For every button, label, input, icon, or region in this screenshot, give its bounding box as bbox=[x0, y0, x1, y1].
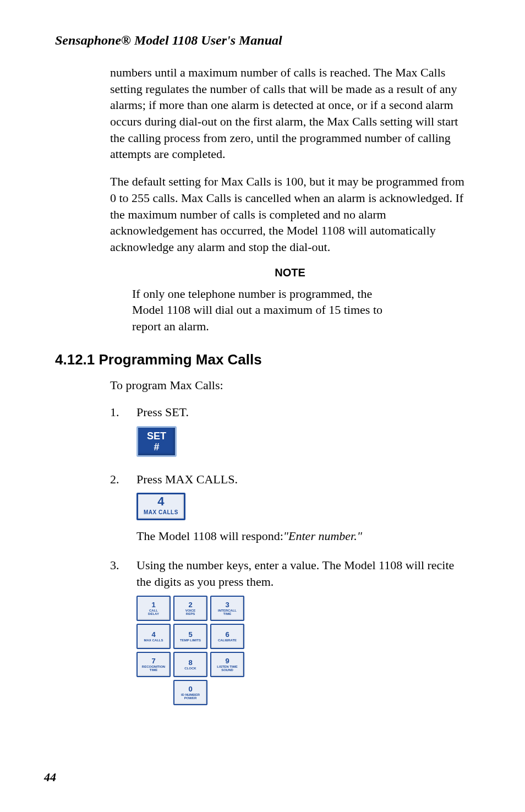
keypad-row-3: 7 RECOGNITIONTIME 8 CLOCK 9 LISTEN TIMES… bbox=[136, 652, 244, 677]
page-container: Sensaphone® Model 1108 User's Manual num… bbox=[0, 0, 525, 812]
step-3-text: Using the number keys, enter a value. Th… bbox=[136, 557, 470, 590]
note-heading: NOTE bbox=[110, 266, 470, 279]
maxcalls-button-graphic: 4 MAX CALLS bbox=[136, 493, 470, 520]
set-button: SET # bbox=[136, 426, 177, 457]
set-button-label-1: SET bbox=[147, 431, 166, 442]
key-8: 8 CLOCK bbox=[173, 652, 207, 677]
step-2-text: Press MAX CALLS. bbox=[136, 471, 470, 488]
key-2: 2 VOICEREPS bbox=[173, 596, 207, 621]
section-body: To program Max Calls: 1. Press SET. SET … bbox=[110, 377, 470, 708]
key-7: 7 RECOGNITIONTIME bbox=[136, 652, 171, 677]
key-3-num: 3 bbox=[225, 601, 229, 608]
key-2-label: VOICEREPS bbox=[185, 609, 196, 616]
key-5: 5 TEMP LIMITS bbox=[173, 624, 207, 649]
step-1: 1. Press SET. SET # bbox=[110, 404, 470, 464]
page-number: 44 bbox=[44, 770, 56, 784]
key-7-num: 7 bbox=[151, 657, 155, 664]
maxcalls-button: 4 MAX CALLS bbox=[136, 493, 185, 520]
key-8-label: CLOCK bbox=[184, 667, 196, 670]
set-button-graphic: SET # bbox=[136, 426, 470, 457]
step-3-num: 3. bbox=[110, 557, 136, 707]
key-4-num: 4 bbox=[151, 631, 155, 638]
keypad-row-1: 1 CALLDELAY 2 VOICEREPS 3 INTERCALLTIME bbox=[136, 596, 244, 621]
key-7-label: RECOGNITIONTIME bbox=[142, 665, 165, 672]
step-2-content: Press MAX CALLS. 4 MAX CALLS The Model 1… bbox=[136, 471, 470, 551]
note-body: If only one telephone number is programm… bbox=[132, 286, 404, 335]
set-button-label-2: # bbox=[147, 442, 166, 453]
section-heading: 4.12.1 Programming Max Calls bbox=[55, 351, 470, 368]
step-3: 3. Using the number keys, enter a value.… bbox=[110, 557, 470, 707]
key-3-label: INTERCALLTIME bbox=[218, 609, 237, 616]
step-list: 1. Press SET. SET # 2. Press MAX CALLS. bbox=[110, 404, 470, 708]
maxcalls-button-num: 4 bbox=[144, 495, 178, 508]
response-quote: "Enter number." bbox=[283, 529, 362, 543]
key-1-num: 1 bbox=[151, 601, 155, 608]
body-text-block: numbers until a maximum number of calls … bbox=[110, 64, 470, 335]
key-0-label: ID NUMBERPOWER bbox=[181, 693, 200, 700]
maxcalls-button-label: MAX CALLS bbox=[144, 509, 178, 516]
response-prefix: The Model 1108 will respond: bbox=[136, 529, 283, 543]
step-2: 2. Press MAX CALLS. 4 MAX CALLS The Mode… bbox=[110, 471, 470, 551]
key-4: 4 MAX CALLS bbox=[136, 624, 171, 649]
step-1-text: Press SET. bbox=[136, 404, 470, 421]
key-9: 9 LISTEN TIMESOUND bbox=[210, 652, 244, 677]
step-1-content: Press SET. SET # bbox=[136, 404, 470, 464]
keypad-row-2: 4 MAX CALLS 5 TEMP LIMITS 6 CALIBRATE bbox=[136, 624, 244, 649]
key-1-label: CALLDELAY bbox=[148, 609, 159, 616]
paragraph-2: The default setting for Max Calls is 100… bbox=[110, 173, 470, 255]
key-1: 1 CALLDELAY bbox=[136, 596, 171, 621]
step-2-num: 2. bbox=[110, 471, 136, 551]
step-1-num: 1. bbox=[110, 404, 136, 464]
step-3-content: Using the number keys, enter a value. Th… bbox=[136, 557, 470, 707]
key-6-num: 6 bbox=[225, 631, 229, 638]
key-6-label: CALIBRATE bbox=[218, 639, 237, 642]
keypad-graphic: 1 CALLDELAY 2 VOICEREPS 3 INTERCALLTIME bbox=[136, 596, 244, 708]
key-5-num: 5 bbox=[188, 631, 192, 638]
key-0-num: 0 bbox=[188, 685, 192, 693]
key-9-num: 9 bbox=[225, 657, 229, 664]
key-9-label: LISTEN TIMESOUND bbox=[217, 665, 237, 672]
key-2-num: 2 bbox=[188, 601, 192, 608]
paragraph-1: numbers until a maximum number of calls … bbox=[110, 64, 470, 162]
running-head: Sensaphone® Model 1108 User's Manual bbox=[55, 33, 470, 48]
keypad-row-4: 0 ID NUMBERPOWER bbox=[136, 680, 244, 705]
key-4-label: MAX CALLS bbox=[144, 639, 163, 642]
key-0: 0 ID NUMBERPOWER bbox=[173, 680, 207, 705]
key-3: 3 INTERCALLTIME bbox=[210, 596, 244, 621]
key-5-label: TEMP LIMITS bbox=[180, 639, 201, 642]
key-8-num: 8 bbox=[188, 659, 192, 666]
step-2-response: The Model 1108 will respond:"Enter numbe… bbox=[136, 528, 470, 544]
key-6: 6 CALIBRATE bbox=[210, 624, 244, 649]
intro-line: To program Max Calls: bbox=[110, 377, 470, 394]
